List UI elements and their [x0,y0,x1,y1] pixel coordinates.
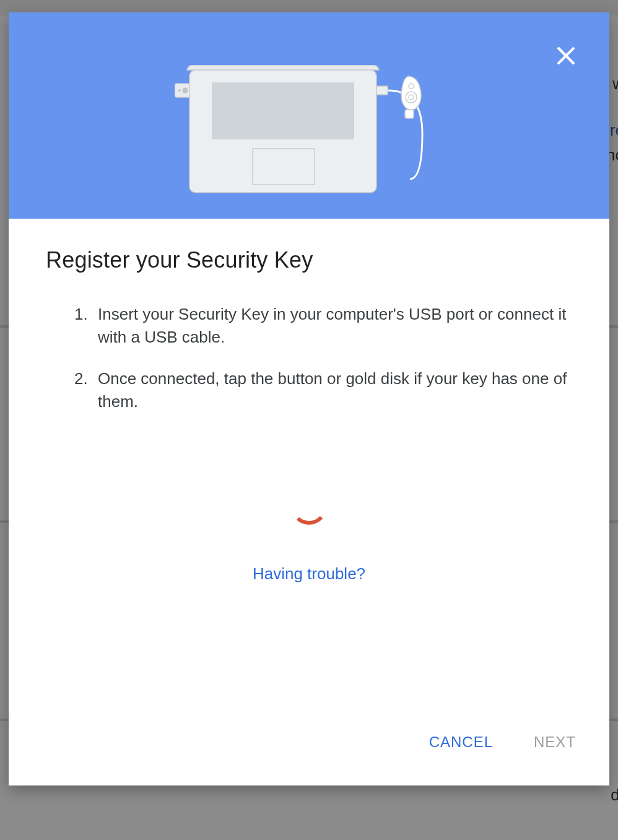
close-button[interactable] [554,43,578,68]
waiting-indicator [40,488,578,527]
dialog-hero [9,12,609,219]
cancel-button[interactable]: CANCEL [425,728,497,756]
laptop-security-key-illustration [175,65,430,198]
instruction-step: 1. Insert your Security Key in your comp… [74,303,578,349]
svg-rect-7 [405,110,414,118]
step-number: 2. [74,367,88,390]
svg-rect-4 [212,82,354,139]
help-link-row: Having trouble? [40,564,578,584]
register-security-key-dialog: Register your Security Key 1. Insert you… [9,12,609,785]
dialog-title: Register your Security Key [46,247,578,273]
instruction-list: 1. Insert your Security Key in your comp… [40,303,578,413]
dialog-body: Register your Security Key 1. Insert you… [9,219,609,717]
step-text: Once connected, tap the button or gold d… [98,369,567,411]
dialog-footer: CANCEL NEXT [9,717,609,785]
svg-rect-6 [376,86,388,95]
step-text: Insert your Security Key in your compute… [98,305,566,346]
instruction-step: 2. Once connected, tap the button or gol… [74,367,578,413]
close-icon [554,43,578,68]
svg-point-1 [178,89,181,92]
having-trouble-link[interactable]: Having trouble? [253,564,365,583]
step-number: 1. [74,303,88,326]
loading-spinner-icon [289,486,328,525]
next-button[interactable]: NEXT [530,728,580,756]
svg-point-2 [183,88,188,94]
